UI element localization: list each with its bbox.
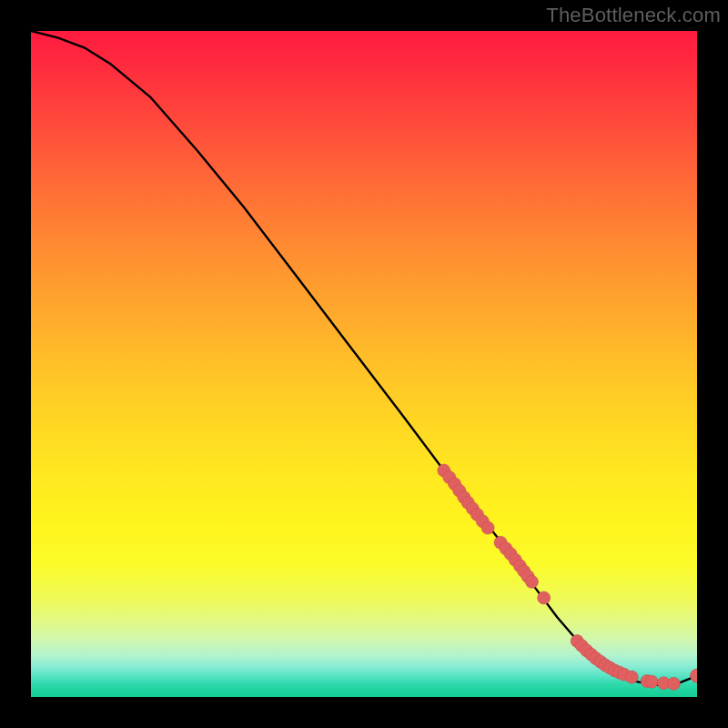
chart-stage: TheBottleneck.com — [0, 0, 728, 728]
data-point — [538, 592, 551, 604]
chart-overlay-svg — [31, 31, 697, 697]
plot-area — [31, 31, 697, 697]
data-point — [645, 675, 658, 688]
data-point — [691, 669, 698, 682]
data-markers — [438, 464, 697, 690]
data-point — [481, 521, 494, 534]
watermark-text: TheBottleneck.com — [546, 4, 721, 27]
bottleneck-curve — [31, 31, 697, 685]
data-point — [625, 671, 638, 683]
data-point — [667, 677, 680, 690]
data-point — [525, 575, 538, 588]
